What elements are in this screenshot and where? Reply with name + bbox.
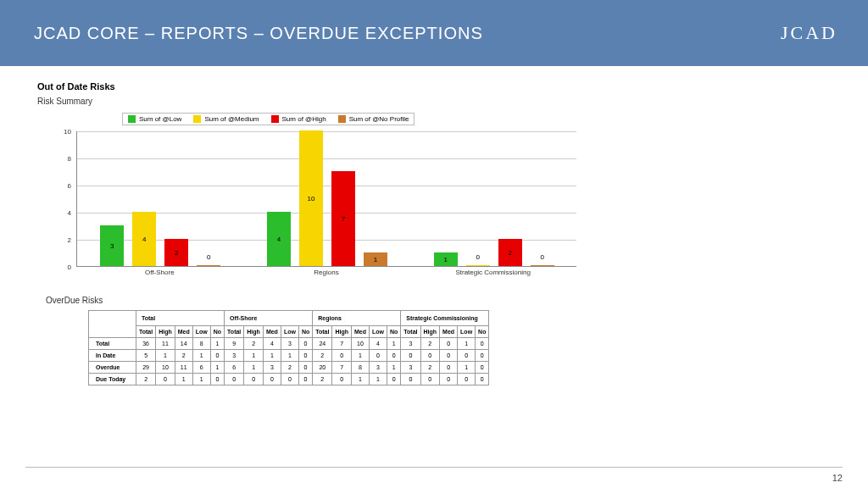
table-cell: 2 (420, 362, 440, 374)
table-sub-header: Med (263, 326, 281, 338)
table-cell: 1 (351, 374, 369, 385)
table-cell: 1 (192, 374, 210, 385)
table-group-header: Strategic Commissioning (401, 311, 489, 326)
table-cell: 8 (351, 362, 369, 374)
table-cell: 1 (156, 350, 175, 362)
table-sub-header: No (476, 326, 489, 338)
bar-group: 41071 (267, 130, 387, 266)
table-sub-header: Low (458, 326, 476, 338)
table-cell: 0 (298, 374, 312, 385)
table-cell: 1 (458, 362, 476, 374)
legend-label: Sum of @Low (139, 115, 181, 123)
table-cell: 6 (192, 362, 210, 374)
table-sub-header: No (387, 326, 400, 338)
table-cell: 0 (476, 374, 489, 385)
table-cell: 0 (476, 350, 489, 362)
table-cell: 1 (351, 350, 369, 362)
table-sub-header: Low (192, 326, 210, 338)
legend-swatch (271, 115, 279, 123)
x-axis-label: Strategic Commissioning (409, 269, 576, 276)
chart-bar: 2 (164, 239, 188, 266)
table-cell: 9 (225, 338, 244, 350)
table-sub-header: Total (136, 326, 156, 338)
table-cell: 1 (387, 338, 400, 350)
y-axis-tick: 6 (46, 182, 71, 190)
table-sub-header: Total (401, 326, 420, 338)
chart-bar: 7 (331, 171, 355, 266)
table-cell: 0 (420, 374, 440, 385)
table-cell: 7 (332, 338, 352, 350)
table-row: Overdue291011616132020783132010 (89, 362, 489, 374)
table-group-header: Total (136, 311, 225, 326)
table-cell: 1 (192, 350, 210, 362)
slide-header: JCAD CORE – REPORTS – OVERDUE EXCEPTIONS… (0, 0, 868, 66)
table-cell: 36 (136, 338, 156, 350)
table-cell: 2 (281, 362, 298, 374)
chart-legend: Sum of @LowSum of @MediumSum of @HighSum… (122, 113, 415, 125)
table-cell: 4 (263, 338, 281, 350)
table-cell: 0 (440, 362, 458, 374)
table-cell: 2 (175, 350, 192, 362)
x-axis-label: Regions (243, 269, 410, 276)
table-cell: 1 (244, 362, 264, 374)
table-cell: 10 (351, 338, 369, 350)
legend-label: Sum of @Medium (204, 115, 259, 123)
legend-swatch (193, 115, 201, 123)
table-cell: 29 (136, 362, 156, 374)
table-cell: 0 (387, 374, 400, 385)
bar-value-label: 2 (175, 249, 178, 257)
bar-value-label: 2 (508, 249, 511, 257)
table-cell: 2 (420, 338, 440, 350)
bar-value-label: 3 (110, 242, 114, 250)
bar-value-label: 10 (308, 195, 315, 202)
table-cell: 24 (313, 338, 332, 350)
bar-value-label: 4 (142, 236, 146, 243)
page-title: JCAD CORE – REPORTS – OVERDUE EXCEPTIONS (34, 24, 483, 43)
bar-value-label: 1 (443, 256, 447, 263)
chart-bar: 0 (197, 265, 220, 266)
x-axis-label: Off-Shore (76, 269, 243, 276)
table-cell: 0 (458, 374, 476, 385)
chart-bar: 1 (364, 252, 387, 266)
chart-bar: 10 (299, 130, 323, 266)
chart-bar: 2 (498, 239, 522, 266)
table-cell: 11 (156, 338, 175, 350)
table-cell: 0 (401, 350, 420, 362)
table-sub-header: High (332, 326, 352, 338)
table-row-label: Overdue (89, 362, 136, 374)
table-cell: 1 (175, 374, 192, 385)
page-number: 12 (832, 473, 843, 483)
table-sub-header: Low (369, 326, 387, 338)
bar-value-label: 0 (207, 253, 210, 261)
legend-item: Sum of @No Profile (338, 115, 409, 123)
table-cell: 5 (136, 350, 156, 362)
risk-summary-chart: Sum of @LowSum of @MediumSum of @HighSum… (46, 109, 588, 287)
table-row-label: Due Today (89, 374, 136, 385)
chart-bar: 1 (434, 252, 458, 266)
table-row: Due Today20110000002011000000 (89, 374, 489, 385)
table-cell: 0 (476, 362, 489, 374)
table-cell: 0 (387, 350, 400, 362)
table-sub-header: Total (225, 326, 244, 338)
table-cell: 0 (298, 338, 312, 350)
table-row: Total3611148192430247104132010 (89, 338, 489, 350)
table-cell: 0 (156, 374, 175, 385)
table-cell: 2 (313, 350, 332, 362)
table-cell: 0 (420, 350, 440, 362)
table-row: In Date51210311102010000000 (89, 350, 489, 362)
table-cell: 20 (313, 362, 332, 374)
table-row-label: Total (89, 338, 136, 350)
table-row-label: In Date (89, 350, 136, 362)
table-cell: 0 (476, 338, 489, 350)
table-group-header: Regions (313, 311, 401, 326)
table-cell: 3 (369, 362, 387, 374)
legend-swatch (128, 115, 136, 123)
table-cell: 6 (225, 362, 244, 374)
table-cell: 1 (263, 350, 281, 362)
table-cell: 4 (369, 338, 387, 350)
section-title: Out of Date Risks (37, 81, 834, 92)
bar-group: 3420 (100, 212, 220, 266)
chart-plot-area: 3420410711020 (76, 131, 576, 267)
table-cell: 2 (244, 338, 264, 350)
table-cell: 0 (401, 374, 420, 385)
